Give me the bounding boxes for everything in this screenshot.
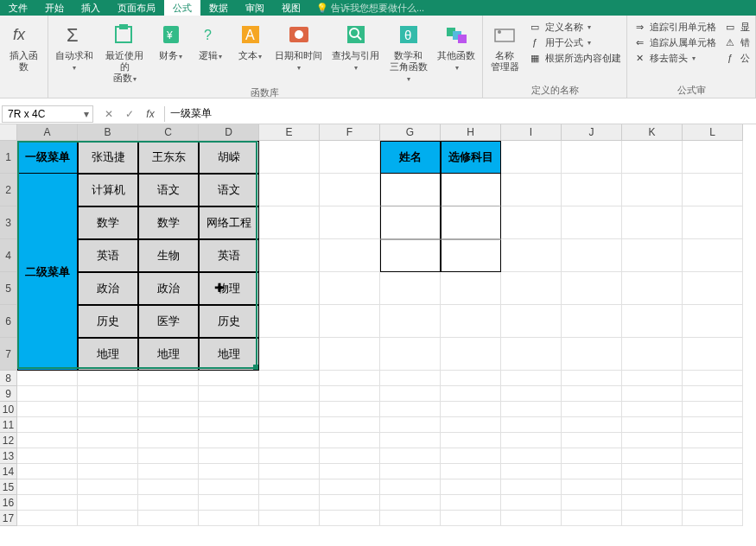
- cell[interactable]: [78, 448, 138, 464]
- cell[interactable]: [441, 402, 501, 417]
- cell[interactable]: [259, 386, 320, 402]
- cell[interactable]: [562, 511, 622, 526]
- cell[interactable]: [622, 305, 683, 338]
- cell[interactable]: [683, 511, 743, 526]
- cell[interactable]: [138, 402, 199, 417]
- cell[interactable]: [320, 338, 380, 371]
- trace-precedents-button[interactable]: ⇒追踪引用单元格: [632, 20, 716, 34]
- cell[interactable]: [683, 239, 743, 272]
- cell[interactable]: 英语: [78, 239, 138, 272]
- cell[interactable]: [501, 141, 562, 174]
- cell[interactable]: [78, 464, 138, 479]
- cell[interactable]: 生物: [138, 239, 199, 272]
- cell[interactable]: [259, 402, 320, 417]
- cell[interactable]: [259, 448, 320, 464]
- cell[interactable]: [259, 305, 320, 338]
- cell[interactable]: 计算机: [78, 174, 138, 206]
- cell[interactable]: [199, 511, 259, 526]
- cell[interactable]: [501, 479, 562, 495]
- cell[interactable]: [259, 464, 320, 479]
- cell[interactable]: [380, 239, 441, 272]
- cell[interactable]: [683, 338, 743, 371]
- cell[interactable]: [501, 386, 562, 402]
- cell[interactable]: [320, 464, 380, 479]
- namebox-dropdown[interactable]: ▾: [80, 108, 92, 120]
- cell[interactable]: [441, 417, 501, 433]
- name-manager-button[interactable]: 名称 管理器: [485, 18, 524, 73]
- row-header-6[interactable]: 6: [0, 305, 17, 338]
- cell[interactable]: [683, 464, 743, 479]
- cell[interactable]: [78, 479, 138, 495]
- cell[interactable]: [138, 511, 199, 526]
- cell[interactable]: [17, 448, 78, 464]
- row-header-9[interactable]: 9: [0, 386, 17, 402]
- cell[interactable]: 语文: [199, 174, 259, 206]
- cell[interactable]: [562, 386, 622, 402]
- col-header-I[interactable]: I: [501, 124, 562, 141]
- cell[interactable]: 语文: [138, 174, 199, 206]
- enter-button[interactable]: ✓: [119, 108, 140, 120]
- cell[interactable]: [501, 417, 562, 433]
- cell[interactable]: [622, 272, 683, 305]
- cell[interactable]: [259, 174, 320, 206]
- cell[interactable]: [683, 495, 743, 511]
- cell[interactable]: [622, 206, 683, 239]
- cell[interactable]: [320, 272, 380, 305]
- cell[interactable]: 历史: [199, 305, 259, 338]
- cell[interactable]: [683, 305, 743, 338]
- cell[interactable]: [441, 272, 501, 305]
- cell[interactable]: [501, 305, 562, 338]
- cell[interactable]: [380, 305, 441, 338]
- cell[interactable]: 胡嵘: [199, 141, 259, 174]
- cell[interactable]: [683, 448, 743, 464]
- cell[interactable]: [138, 386, 199, 402]
- cell[interactable]: [622, 402, 683, 417]
- cell[interactable]: 一级菜单: [17, 141, 78, 174]
- cell[interactable]: [380, 433, 441, 448]
- cell[interactable]: [259, 511, 320, 526]
- cell[interactable]: [78, 495, 138, 511]
- cell[interactable]: [320, 511, 380, 526]
- tab-file[interactable]: 文件: [0, 0, 36, 16]
- cell[interactable]: [622, 386, 683, 402]
- evaluate-button[interactable]: ƒ公: [723, 51, 750, 65]
- cell[interactable]: [501, 239, 562, 272]
- cell[interactable]: [259, 417, 320, 433]
- cell[interactable]: [199, 417, 259, 433]
- row-header-11[interactable]: 11: [0, 417, 17, 433]
- cell[interactable]: [259, 239, 320, 272]
- cell[interactable]: 选修科目: [441, 141, 501, 174]
- cell[interactable]: 数学: [138, 206, 199, 239]
- col-header-B[interactable]: B: [78, 124, 138, 141]
- cell[interactable]: [501, 464, 562, 479]
- row-header-17[interactable]: 17: [0, 511, 17, 526]
- cell[interactable]: [441, 338, 501, 371]
- cell[interactable]: [622, 511, 683, 526]
- autosum-button[interactable]: Σ 自动求和▾: [50, 18, 98, 73]
- cell[interactable]: [501, 371, 562, 386]
- row-header-5[interactable]: 5: [0, 272, 17, 305]
- name-box[interactable]: [3, 106, 80, 122]
- cell[interactable]: [320, 433, 380, 448]
- cell[interactable]: 政治: [138, 272, 199, 305]
- remove-arrows-button[interactable]: ✕移去箭头▾: [632, 51, 716, 65]
- show-formulas-button[interactable]: ▭显: [723, 20, 750, 34]
- row-header-14[interactable]: 14: [0, 464, 17, 479]
- cell[interactable]: [17, 371, 78, 386]
- cell[interactable]: [622, 417, 683, 433]
- cell[interactable]: [562, 417, 622, 433]
- cell[interactable]: [199, 495, 259, 511]
- datetime-button[interactable]: 日期和时间▾: [270, 18, 327, 73]
- cell[interactable]: [622, 338, 683, 371]
- cell[interactable]: [562, 448, 622, 464]
- cell[interactable]: [683, 479, 743, 495]
- tab-formulas[interactable]: 公式: [164, 0, 200, 16]
- cell[interactable]: [78, 433, 138, 448]
- cell[interactable]: [320, 448, 380, 464]
- cell[interactable]: [562, 305, 622, 338]
- cell[interactable]: [441, 305, 501, 338]
- tab-home[interactable]: 开始: [36, 0, 73, 16]
- cell[interactable]: [17, 464, 78, 479]
- row-header-4[interactable]: 4: [0, 239, 17, 272]
- col-header-E[interactable]: E: [259, 124, 320, 141]
